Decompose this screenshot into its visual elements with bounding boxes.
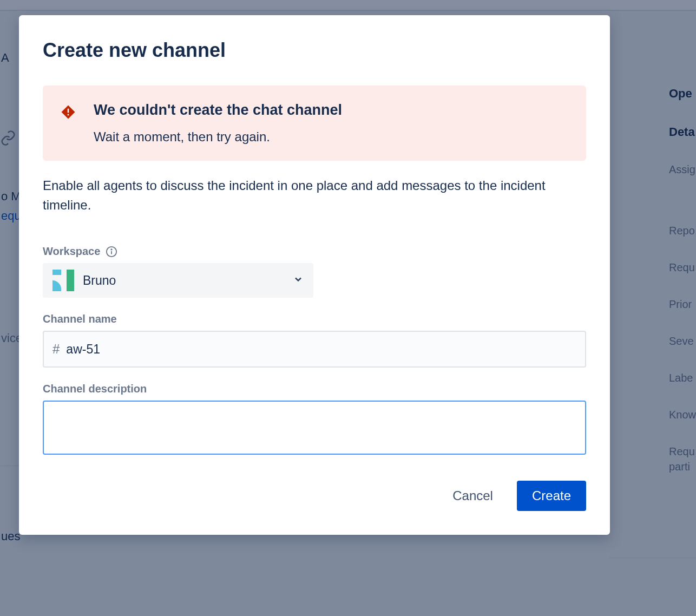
error-banner: We couldn't create the chat channel Wait… [43, 86, 586, 161]
workspace-select[interactable]: Bruno [43, 263, 313, 298]
channel-name-label: Channel name [43, 313, 117, 325]
error-icon [60, 104, 76, 122]
channel-description-field: Channel description [43, 383, 586, 455]
error-title: We couldn't create the chat channel [94, 102, 569, 119]
create-button[interactable]: Create [517, 481, 586, 511]
workspace-selected-name: Bruno [83, 273, 284, 288]
channel-description-input[interactable] [52, 408, 576, 447]
workspace-label: Workspace [43, 245, 100, 258]
modal-title: Create new channel [43, 39, 586, 62]
info-icon[interactable] [106, 246, 117, 258]
svg-point-4 [111, 249, 112, 250]
channel-description-input-wrapper[interactable] [43, 401, 586, 455]
svg-rect-1 [68, 114, 69, 116]
svg-rect-0 [68, 109, 69, 113]
workspace-logo-icon [52, 270, 74, 291]
workspace-field: Workspace Bruno [43, 245, 586, 298]
svg-rect-6 [67, 270, 74, 291]
cancel-button[interactable]: Cancel [442, 481, 504, 511]
modal-footer: Cancel Create [43, 481, 586, 511]
channel-name-input[interactable] [66, 332, 576, 366]
modal-description: Enable all agents to discuss the inciden… [43, 176, 586, 215]
svg-rect-5 [52, 270, 61, 275]
hash-prefix: # [52, 342, 60, 357]
channel-name-input-wrapper[interactable]: # [43, 331, 586, 368]
channel-description-label: Channel description [43, 383, 147, 395]
error-body: Wait a moment, then try again. [94, 129, 569, 145]
channel-name-field: Channel name # [43, 313, 586, 368]
create-channel-modal: Create new channel We couldn't create th… [19, 15, 610, 535]
chevron-down-icon [293, 274, 304, 287]
